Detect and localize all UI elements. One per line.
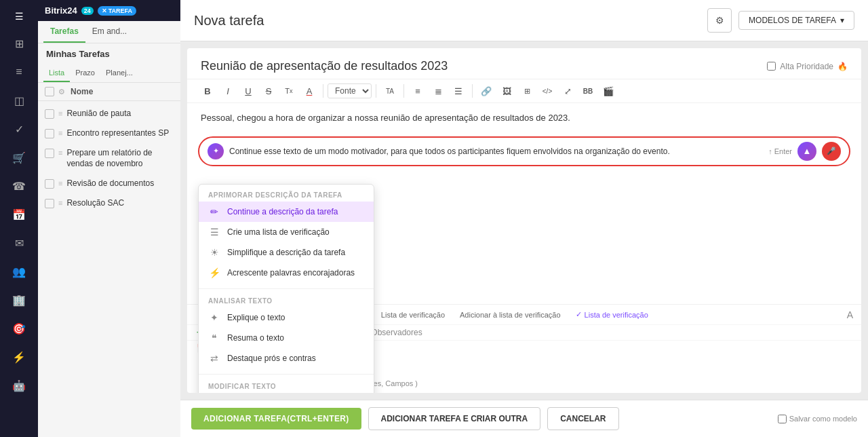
bb-code-button[interactable]: BB	[578, 82, 597, 100]
text-size-indicator: A	[847, 309, 853, 320]
editor-body[interactable]: Pessoal, chegou a hora de organizar a no…	[187, 103, 861, 134]
ordered-list-button[interactable]: ≡	[408, 82, 427, 100]
drag-icon: ≡	[58, 149, 62, 157]
add-create-button[interactable]: ADICIONAR TAREFA E CRIAR OUTRA	[368, 407, 541, 430]
subtab-prazo[interactable]: Prazo	[70, 64, 100, 82]
table-row[interactable]: ≡ Encontro representantes SP	[38, 124, 180, 143]
list-icon: ☰	[208, 227, 220, 238]
menu-item-checklist[interactable]: ☰ Crie uma lista de verificação	[199, 222, 374, 242]
sidebar-item-lightning[interactable]: ⚡	[7, 345, 31, 369]
menu-item-pros-cons[interactable]: ⇄ Destaque prós e contras	[199, 348, 374, 368]
hamburger-icon[interactable]: ☰	[15, 11, 24, 22]
sidebar-item-target[interactable]: 🎯	[7, 316, 31, 341]
context-menu-section-3: MODIFICAR TEXTO A✦ Corrija	[199, 376, 374, 393]
menu-divider-1	[199, 288, 374, 289]
link-button[interactable]: 🔗	[477, 82, 496, 100]
menu-item-summarize[interactable]: ❝ Resuma o texto	[199, 328, 374, 348]
ai-send-button[interactable]: ▲	[797, 142, 816, 161]
task-name[interactable]: Revisão de documentos	[66, 178, 154, 189]
table-row[interactable]: ≡ Resolução SAC	[38, 193, 180, 213]
add-task-button[interactable]: ADICIONAR TAREFA(CTRL+ENTER)	[191, 408, 361, 430]
context-menu-section-2: ANALISAR TEXTO ✦ Explique o texto ❝ Resu…	[199, 290, 374, 373]
task-title-row: Alta Prioridade 🔥	[187, 48, 861, 79]
dialog-footer: ADICIONAR TAREFA(CTRL+ENTER) ADICIONAR T…	[180, 400, 868, 437]
tarefa-badge: ✕ TAREFA	[98, 6, 136, 16]
tab-tarefas[interactable]: Tarefas	[43, 21, 85, 43]
ai-mic-button[interactable]: 🎤	[822, 142, 841, 161]
subtab-planej[interactable]: Planej...	[100, 64, 138, 82]
text-format-button[interactable]: Tx	[279, 82, 298, 100]
tab-add-lista[interactable]: Adicionar à lista de verificação	[453, 308, 568, 322]
tab-em-andamento[interactable]: Em and...	[85, 21, 134, 43]
ai-prompt-input[interactable]	[229, 147, 763, 156]
sidebar-item-check[interactable]: ✓	[7, 117, 31, 141]
bullet-list-button[interactable]: ≣	[429, 82, 448, 100]
observers-label[interactable]: Observadores	[371, 328, 422, 337]
task-title-input[interactable]	[201, 59, 767, 73]
settings-button[interactable]: ⚙	[707, 8, 732, 33]
strikethrough-button[interactable]: S	[259, 82, 278, 100]
menu-item-encouraging[interactable]: ⚡ Acrescente palavras encorajadoras	[199, 263, 374, 283]
font-select[interactable]: Fonte	[328, 83, 372, 98]
table-button[interactable]: ⊞	[517, 82, 536, 100]
editor-toolbar: B I U S Tx A Fonte TA ≡ ≣ ☰ 🔗 🖼 ⊞ </> ⤢ …	[187, 79, 861, 103]
font-color-button[interactable]: A	[300, 82, 319, 100]
sidebar-item-robot[interactable]: 🤖	[7, 373, 31, 398]
sidebar-item-cart[interactable]: 🛒	[7, 145, 31, 170]
quote-icon: ❝	[208, 332, 220, 343]
context-menu: APRIMORAR DESCRIÇÃO DA TAREFA ✏ Continue…	[198, 184, 374, 393]
subtab-lista[interactable]: Lista	[43, 64, 70, 82]
code-button[interactable]: </>	[538, 82, 557, 100]
select-all-checkbox[interactable]	[45, 87, 54, 96]
sidebar-item-chart[interactable]: ◫	[7, 88, 31, 113]
table-row[interactable]: ≡ Revisão de documentos	[38, 174, 180, 193]
sidebar-item-calendar[interactable]: 📅	[7, 202, 31, 227]
task-checkbox[interactable]	[45, 179, 54, 189]
lightning-menu-icon: ⚡	[208, 267, 220, 278]
save-model-checkbox[interactable]	[778, 415, 787, 423]
gear-col-icon[interactable]: ⚙	[58, 88, 65, 96]
ai-prompt-bar: ✦ ↑ Enter ▲ 🎤	[198, 136, 850, 166]
cancel-button[interactable]: CANCELAR	[547, 407, 618, 430]
underline-button[interactable]: U	[239, 82, 258, 100]
table-row[interactable]: ≡ Reunião de pauta	[38, 104, 180, 124]
save-as-model: Salvar como modelo	[778, 415, 857, 423]
menu-item-simplify[interactable]: ☀ Simplifique a descrição da tarefa	[199, 242, 374, 263]
context-section-label-3: MODIFICAR TEXTO	[199, 380, 374, 393]
expand-button[interactable]: ⤢	[558, 82, 577, 100]
sidebar-item-users[interactable]: 👥	[7, 259, 31, 284]
sidebar-item-building[interactable]: 🏢	[7, 288, 31, 312]
align-button[interactable]: ☰	[449, 82, 468, 100]
templates-button[interactable]: MODELOS DE TAREFA ▾	[738, 11, 854, 30]
task-name[interactable]: Reunião de pauta	[66, 108, 131, 119]
tab-lista-verificacao-2[interactable]: ✓ Lista de verificação	[569, 307, 655, 322]
font-size-button[interactable]: TA	[380, 82, 399, 100]
dialog-title: Nova tarefa	[194, 13, 264, 28]
priority-checkbox[interactable]	[767, 62, 776, 71]
tab-lista-verificacao[interactable]: Lista de verificação	[374, 308, 452, 322]
task-checkbox[interactable]	[45, 129, 54, 138]
task-name[interactable]: Resolução SAC	[66, 197, 124, 209]
drag-icon: ≡	[58, 129, 62, 137]
media-button[interactable]: 🎬	[599, 82, 618, 100]
section-title: Minhas Tarefas	[38, 43, 180, 64]
table-row[interactable]: ≡ Prepare um relatório de vendas de nove…	[38, 143, 180, 174]
bitrix-tag: 24	[81, 7, 94, 15]
sidebar-item-list[interactable]: ≡	[7, 60, 31, 84]
menu-item-continue[interactable]: ✏ Continue a descrição da tarefa	[199, 202, 374, 222]
task-checkbox[interactable]	[45, 199, 54, 208]
sidebar-item-mail[interactable]: ✉	[7, 231, 31, 255]
menu-item-explain[interactable]: ✦ Explique o texto	[199, 307, 374, 328]
bold-button[interactable]: B	[198, 82, 217, 100]
task-name[interactable]: Prepare um relatório de vendas de novemb…	[66, 147, 174, 170]
dialog-actions: ⚙ MODELOS DE TAREFA ▾	[707, 8, 854, 33]
sidebar-item-grid[interactable]: ⊞	[7, 31, 31, 56]
italic-button[interactable]: I	[218, 82, 237, 100]
task-checkbox[interactable]	[45, 109, 54, 119]
task-panel-tabs: Tarefas Em and...	[38, 21, 180, 43]
image-button[interactable]: 🖼	[497, 82, 516, 100]
sidebar-item-phone[interactable]: ☎	[7, 174, 31, 198]
context-section-label-2: ANALISAR TEXTO	[199, 294, 374, 307]
task-checkbox[interactable]	[45, 149, 54, 158]
task-name[interactable]: Encontro representantes SP	[66, 128, 169, 139]
